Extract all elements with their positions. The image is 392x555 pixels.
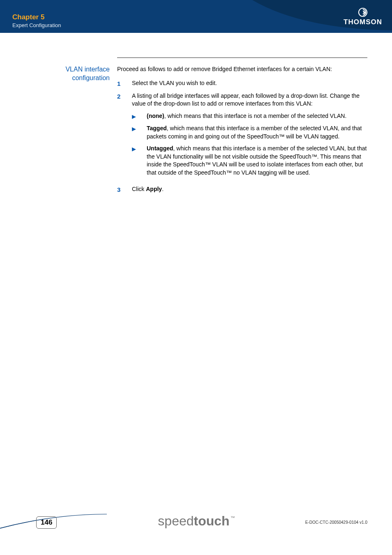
chapter-title: Chapter 5 — [12, 13, 61, 21]
header-left: Chapter 5 Expert Configuration — [12, 13, 61, 28]
step-suffix: . — [162, 186, 164, 192]
thomson-swirl-icon — [358, 7, 368, 17]
step-number: 3 — [117, 185, 132, 194]
section-rule — [117, 58, 367, 58]
bullet-none: ▶ (none), which means that this interfac… — [132, 112, 367, 120]
step-body: A listing of all bridge interfaces will … — [132, 92, 367, 181]
footer: 146 speedtouch™ E-DOC-CTC-20050429-0104 … — [0, 502, 392, 539]
section-side-label: VLAN interface configuration — [0, 65, 117, 198]
bullet-marker-icon: ▶ — [132, 112, 147, 120]
logo-tm: ™ — [231, 515, 235, 520]
logo-heavy: touch — [194, 514, 230, 528]
speedtouch-logo: speedtouch™ — [158, 514, 234, 529]
chapter-subtitle: Expert Configuration — [12, 22, 61, 28]
step-1: 1 Select the VLAN you wish to edit. — [117, 79, 367, 88]
side-label-line2: configuration — [72, 74, 110, 81]
bullet-bold: Untagged — [147, 145, 173, 152]
content-area: VLAN interface configuration Proceed as … — [0, 58, 367, 198]
doc-reference: E-DOC-CTC-20050429-0104 v1.0 — [305, 520, 367, 525]
bullet-marker-icon: ▶ — [132, 145, 147, 177]
page-number: 146 — [36, 516, 57, 529]
step-number: 2 — [117, 92, 132, 181]
side-label-line1: VLAN interface — [65, 66, 110, 73]
bullet-text: (none), which means that this interface … — [147, 112, 367, 120]
header-bar: Chapter 5 Expert Configuration THOMSON — [0, 0, 392, 33]
bullet-list: ▶ (none), which means that this interfac… — [132, 112, 367, 177]
thomson-brand-text: THOMSON — [344, 18, 382, 26]
intro-text: Proceed as follows to add or remove Brid… — [117, 65, 367, 74]
step-prefix: Click — [132, 186, 146, 192]
bullet-rest: , which means that this interface is not… — [164, 113, 347, 119]
step-text: A listing of all bridge interfaces will … — [132, 92, 360, 107]
step-number: 1 — [117, 79, 132, 88]
bullet-marker-icon: ▶ — [132, 124, 147, 140]
thomson-logo: THOMSON — [344, 7, 382, 26]
step-2: 2 A listing of all bridge interfaces wil… — [117, 92, 367, 181]
bullet-rest: , which means that this interface is a m… — [147, 125, 362, 140]
step-text: Click Apply. — [132, 185, 367, 194]
step-bold: Apply — [146, 186, 162, 192]
bullet-tagged: ▶ Tagged, which means that this interfac… — [132, 124, 367, 140]
bullet-rest: , which means that this interface is a m… — [147, 145, 367, 176]
bullet-text: Tagged, which means that this interface … — [147, 124, 367, 140]
steps-list: 1 Select the VLAN you wish to edit. 2 A … — [117, 79, 367, 194]
step-text: Select the VLAN you wish to edit. — [132, 79, 367, 88]
bullet-bold: Tagged — [147, 125, 167, 131]
bullet-untagged: ▶ Untagged, which means that this interf… — [132, 145, 367, 177]
bullet-text: Untagged, which means that this interfac… — [147, 145, 367, 177]
logo-light: speed — [158, 514, 194, 528]
bullet-bold: (none) — [147, 113, 164, 119]
section-body: Proceed as follows to add or remove Brid… — [117, 65, 367, 198]
step-3: 3 Click Apply. — [117, 185, 367, 194]
